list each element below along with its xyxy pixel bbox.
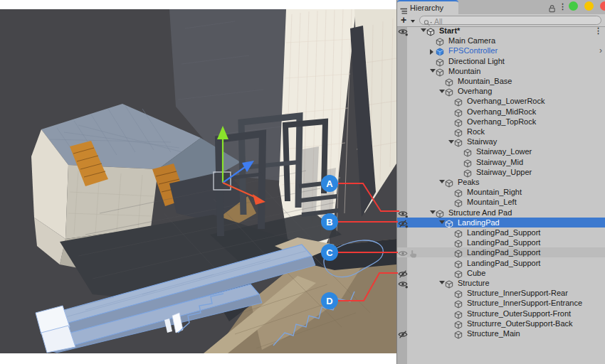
gameobject-cube-icon — [463, 147, 472, 156]
tree-row-structure-main[interactable]: Structure_Main — [397, 328, 605, 338]
tree-row-landingpad-support[interactable]: LandingPad_Support — [397, 228, 605, 237]
tree-row-overhang-lowerrock[interactable]: Overhang_LowerRock — [397, 96, 605, 106]
gameobject-cube-icon — [463, 158, 472, 166]
tab-hierarchy[interactable]: Hierarchy — [397, 0, 458, 14]
prefab-cube-icon — [436, 46, 444, 55]
tree-row-mountain-base[interactable]: Mountain_Base — [397, 76, 605, 86]
tree-row-main-camera[interactable]: Main Camera — [397, 36, 605, 46]
tree-row-overhang-midrock[interactable]: Overhang_MidRock — [397, 107, 605, 117]
unity-editor-screenshot: Hierarchy ⋮ + Start*⋮Main CameraFPSContr… — [0, 0, 605, 364]
tree-row-stairway-mid[interactable]: Stairway_Mid — [397, 157, 605, 167]
tree-row-structure-and-pad[interactable]: Structure And Pad — [397, 208, 605, 218]
tree-row-landingpad-support[interactable]: LandingPad_Support — [397, 258, 605, 268]
visibility-eye-off-icon[interactable] — [398, 329, 408, 338]
disclosure-open-icon[interactable] — [439, 281, 445, 284]
tree-row-label: Structure_InnerSupport-Entrance — [467, 299, 582, 307]
visibility-eye-icon[interactable] — [398, 27, 408, 35]
create-button[interactable]: + — [401, 14, 406, 26]
tree-row-stairway[interactable]: Stairway — [397, 136, 605, 146]
visibility-eye-icon[interactable] — [398, 248, 408, 257]
tree-row-label: Mountain_Base — [458, 77, 512, 85]
disclosure-open-icon[interactable] — [430, 210, 436, 214]
tree-row-label: Structure — [458, 279, 490, 287]
tree-row-overhang-toprock[interactable]: Overhang_TopRock — [397, 117, 605, 127]
gameobject-cube-icon — [445, 218, 453, 227]
tree-row-label: Directional Light — [448, 57, 505, 65]
window-dot-0[interactable] — [569, 1, 578, 11]
tree-row-mountain[interactable]: Mountain — [397, 66, 605, 76]
tree-row-label: Overhang_MidRock — [467, 107, 536, 116]
gameobject-cube-icon — [454, 259, 463, 267]
tree-row-landingpad-support[interactable]: LandingPad_Support — [397, 237, 605, 247]
gameobject-cube-icon — [454, 97, 463, 105]
gameobject-cube-icon — [454, 238, 463, 247]
visibility-eye-icon[interactable] — [398, 208, 408, 217]
prefab-open-chevron[interactable]: › — [599, 46, 602, 55]
tree-row-label: Structure_Main — [467, 329, 520, 338]
gameobject-cube-icon — [436, 208, 444, 217]
tree-row-label: FPSController — [448, 46, 498, 55]
disclosure-open-icon[interactable] — [448, 140, 454, 144]
gameobject-cube-icon — [436, 67, 444, 75]
panel-menu-icon[interactable]: ⋮ — [559, 2, 567, 11]
disclosure-open-icon[interactable] — [421, 28, 426, 32]
tree-row-label: Stairway_Upper — [476, 168, 532, 176]
gameobject-cube-icon — [454, 248, 463, 257]
tree-row-mountain-right[interactable]: Mountain_Right — [397, 187, 605, 197]
hierarchy-titlebar: Hierarchy ⋮ — [397, 0, 605, 14]
tree-row-structure-innersupport-entrance[interactable]: Structure_InnerSupport-Entrance — [397, 298, 605, 308]
gameobject-cube-icon — [454, 289, 463, 297]
tree-row-label: Structure_OuterSupport-Front — [467, 309, 571, 318]
gameobject-cube-icon — [445, 279, 453, 287]
tree-row-label: Stairway_Lower — [476, 147, 532, 156]
scene-asset-icon — [426, 27, 435, 35]
gameobject-cube-icon — [454, 228, 463, 237]
tree-row-structure-innersupport-rear[interactable]: Structure_InnerSupport-Rear — [397, 288, 605, 298]
gameobject-cube-icon — [454, 198, 463, 206]
scene-view[interactable] — [0, 0, 396, 364]
search-box[interactable] — [419, 16, 601, 25]
tree-row-start-[interactable]: Start*⋮ — [397, 27, 605, 36]
window-dot-2[interactable] — [600, 1, 605, 11]
visibility-eye-off-icon[interactable] — [398, 269, 408, 277]
tree-row-label: Main Camera — [448, 36, 495, 45]
tree-row-rock[interactable]: Rock — [397, 127, 605, 136]
tree-row-structure-outersupport-front[interactable]: Structure_OuterSupport-Front — [397, 309, 605, 318]
window-dot-1[interactable] — [584, 1, 594, 11]
tree-row-peaks[interactable]: Peaks — [397, 177, 605, 187]
gameobject-cube-icon — [454, 299, 463, 307]
tree-row-cube[interactable]: Cube — [397, 268, 605, 278]
row-menu-icon[interactable]: ⋮ — [594, 27, 602, 36]
search-input[interactable] — [433, 16, 596, 26]
tree-row-stairway-upper[interactable]: Stairway_Upper — [397, 167, 605, 177]
bottom-margin — [0, 353, 396, 364]
disclosure-open-icon[interactable] — [439, 220, 445, 224]
gameobject-cube-icon — [454, 319, 463, 328]
tree-row-label: Structurre_OuterSupport-Back — [467, 319, 573, 328]
tree-row-landingpad-support[interactable]: LandingPad_Support — [397, 247, 605, 257]
tree-row-label: Mountain — [448, 67, 480, 75]
gameobject-cube-icon — [454, 107, 463, 116]
tree-row-fpscontroller[interactable]: FPSController› — [397, 46, 605, 55]
tree-row-label: Rock — [467, 127, 485, 136]
tree-row-label: Stairway_Mid — [476, 158, 523, 166]
hierarchy-toolbar: + — [397, 14, 605, 27]
tree-row-label: Cube — [467, 269, 485, 277]
create-dropdown-caret[interactable] — [411, 20, 415, 23]
disclosure-closed-icon[interactable] — [430, 49, 433, 55]
tree-row-label: Peaks — [458, 178, 480, 186]
tree-row-landingpad[interactable]: LandingPad — [397, 218, 605, 228]
hierarchy-tree: Start*⋮Main CameraFPSController›Directio… — [397, 27, 605, 364]
visibility-eye-icon[interactable] — [398, 279, 408, 287]
tree-row-overhang[interactable]: Overhang — [397, 86, 605, 96]
visibility-eye-off-icon[interactable] — [398, 218, 408, 227]
tree-row-stairway-lower[interactable]: Stairway_Lower — [397, 146, 605, 156]
disclosure-open-icon[interactable] — [430, 69, 436, 73]
tree-row-mountain-left[interactable]: Mountain_Left — [397, 197, 605, 207]
tree-row-structure[interactable]: Structure — [397, 278, 605, 288]
disclosure-open-icon[interactable] — [439, 180, 445, 183]
disclosure-open-icon[interactable] — [439, 90, 445, 93]
tree-row-structurre-outersupport-back[interactable]: Structurre_OuterSupport-Back — [397, 318, 605, 328]
tree-row-directional-light[interactable]: Directional Light — [397, 56, 605, 66]
pickability-hand-icon[interactable] — [409, 248, 418, 257]
